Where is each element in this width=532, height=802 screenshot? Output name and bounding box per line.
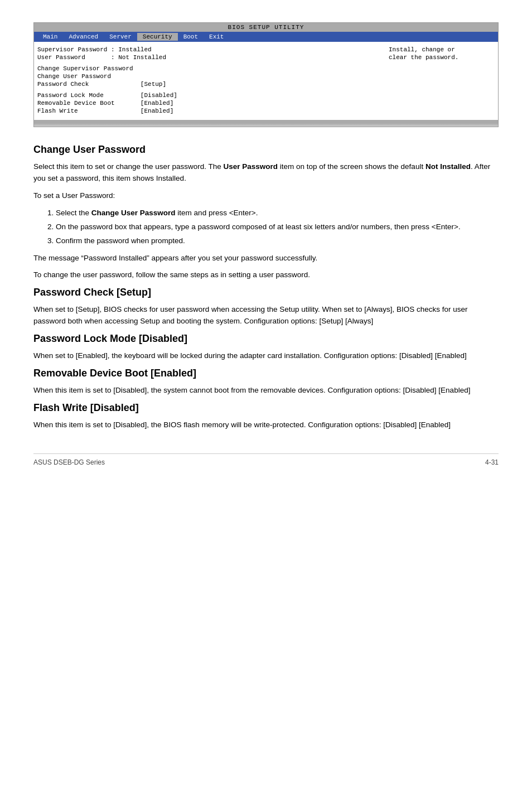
bios-row-0: Supervisor Password : Installed: [37, 46, 383, 53]
bios-body: Supervisor Password : Installed User Pas…: [34, 42, 498, 120]
section-removable-device-boot: Removable Device Boot [Enabled]When this…: [33, 368, 499, 397]
list-item-change-user-password-1: On the password box that appears, type a…: [56, 221, 499, 233]
paragraph-change-user-password-0: Select this item to set or change the us…: [33, 161, 499, 185]
footer-right: 4-31: [485, 458, 499, 466]
section-change-user-password: Change User PasswordSelect this item to …: [33, 144, 499, 281]
bios-nav-main[interactable]: Main: [37, 33, 63, 41]
bios-nav-server[interactable]: Server: [104, 33, 137, 41]
heading-password-lock-mode: Password Lock Mode [Disabled]: [33, 333, 499, 345]
bios-screenshot: BIOS SETUP UTILITY Main Advanced Server …: [33, 22, 499, 127]
bios-nav-security[interactable]: Security: [137, 33, 178, 41]
section-password-check: Password Check [Setup]When set to [Setup…: [33, 287, 499, 327]
bios-nav-boot[interactable]: Boot: [178, 33, 204, 41]
bios-row-1: User Password : Not Installed: [37, 54, 383, 61]
paragraph-change-user-password-1: To set a User Password:: [33, 190, 499, 202]
bios-row-9: Flash Write [Enabled]: [37, 108, 383, 114]
section-password-lock-mode: Password Lock Mode [Disabled]When set to…: [33, 333, 499, 362]
page-footer: ASUS DSEB-DG Series 4-31: [33, 453, 499, 466]
bios-nav-advanced[interactable]: Advanced: [63, 33, 104, 41]
bios-title: BIOS SETUP UTILITY: [34, 23, 498, 32]
bios-nav-exit[interactable]: Exit: [204, 33, 229, 41]
heading-removable-device-boot: Removable Device Boot [Enabled]: [33, 368, 499, 379]
bios-right-panel: Install, change or clear the password.: [383, 46, 495, 115]
bios-row-8: Removable Device Boot [Enabled]: [37, 100, 383, 107]
footer-left: ASUS DSEB-DG Series: [33, 458, 105, 466]
bios-row-7: Password Lock Mode [Disabled]: [37, 92, 383, 99]
bios-row-4: Change User Password: [37, 73, 383, 80]
heading-flash-write: Flash Write [Disabled]: [33, 402, 499, 414]
bios-left-panel: Supervisor Password : Installed User Pas…: [37, 46, 383, 115]
section-flash-write: Flash Write [Disabled]When this item is …: [33, 402, 499, 431]
bios-row-5: Password Check [Setup]: [37, 81, 383, 88]
list-item-change-user-password-2: Confirm the password when prompted.: [56, 235, 499, 247]
paragraph-removable-device-boot-0: When this item is set to [Disabled], the…: [33, 385, 499, 397]
bios-nav-bar: Main Advanced Server Security Boot Exit: [34, 32, 498, 42]
bios-help-line-2: clear the password.: [389, 54, 495, 61]
bios-help-line-1: Install, change or: [389, 46, 495, 53]
main-content: Change User PasswordSelect this item to …: [33, 144, 499, 431]
bios-row-3: Change Supervisor Password: [37, 65, 383, 72]
after-para-change-user-password-0: The message “Password Installed” appears…: [33, 253, 499, 264]
list-change-user-password: Select the Change User Password item and…: [56, 207, 499, 247]
paragraph-flash-write-0: When this item is set to [Disabled], the…: [33, 419, 499, 431]
bios-bottom-bar: [34, 120, 498, 127]
heading-password-check: Password Check [Setup]: [33, 287, 499, 298]
heading-change-user-password: Change User Password: [33, 144, 499, 156]
after-para-change-user-password-1: To change the user password, follow the …: [33, 269, 499, 281]
paragraph-password-lock-mode-0: When set to [Enabled], the keyboard will…: [33, 350, 499, 362]
list-item-change-user-password-0: Select the Change User Password item and…: [56, 207, 499, 219]
paragraph-password-check-0: When set to [Setup], BIOS checks for use…: [33, 304, 499, 327]
